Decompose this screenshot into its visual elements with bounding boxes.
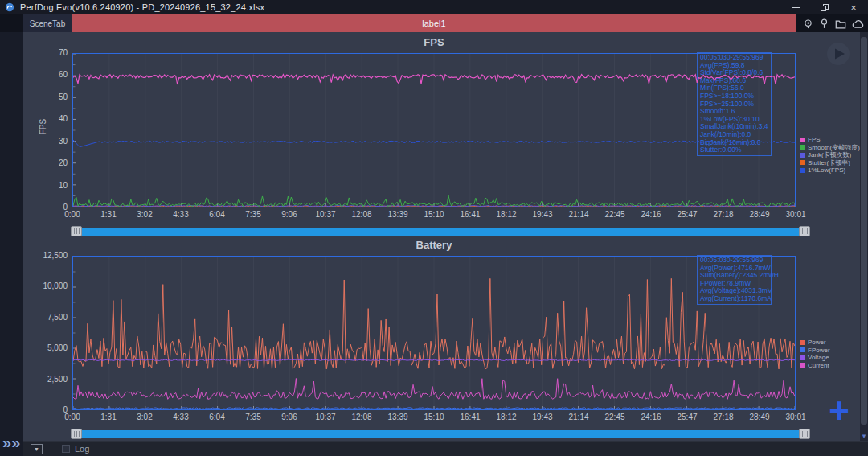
y-axis-label: 10 <box>23 181 68 190</box>
log-label: Log <box>75 444 89 454</box>
x-axis-label: 28:49 <box>742 210 777 219</box>
x-axis-label: 19:43 <box>525 413 560 421</box>
minimize-button[interactable] <box>781 0 810 14</box>
log-dropdown-button[interactable]: ▼ <box>31 444 43 454</box>
x-axis-label: 13:39 <box>380 210 416 219</box>
x-axis-label: 24:16 <box>633 413 669 421</box>
x-axis-label: 28:49 <box>742 413 777 421</box>
fps-scrollbar-track[interactable] <box>82 228 799 236</box>
y-axis-label: 2,500 <box>23 375 68 384</box>
toolbar-icons <box>796 14 868 32</box>
x-axis-label: 12:08 <box>344 413 379 421</box>
legend-swatch-icon <box>800 145 805 150</box>
legend-item[interactable]: FPS <box>800 136 860 144</box>
x-axis-label: 18:12 <box>489 413 524 421</box>
battery-plot-svg <box>73 257 795 409</box>
legend-label: FPS <box>808 136 821 144</box>
fps-chart-title: FPS <box>72 36 796 48</box>
legend-swatch-icon <box>800 153 805 158</box>
legend-item[interactable]: Smooth(变帧强度) <box>800 144 860 152</box>
tab-bar: SceneTab label1 <box>0 14 868 32</box>
battery-chart-title: Battery <box>72 239 796 251</box>
battery-horizontal-scrollbar[interactable] <box>71 429 810 439</box>
x-axis-label: 10:37 <box>308 210 343 219</box>
folder-icon[interactable] <box>834 18 847 30</box>
fps-legend: FPSSmooth(变帧强度)Jank(卡顿次数)Stutter(卡顿率)1%L… <box>800 136 860 175</box>
legend-swatch-icon <box>800 363 805 368</box>
battery-scrollbar-left-handle[interactable] <box>71 429 82 439</box>
pin-icon[interactable] <box>818 18 830 30</box>
expand-panel-button[interactable]: »» <box>2 435 20 450</box>
left-rail: »» <box>0 32 23 456</box>
x-axis-label: 7:35 <box>235 210 271 219</box>
dropdown-arrow-icon: ▼ <box>34 446 39 452</box>
x-axis-label: 21:14 <box>561 413 596 421</box>
vertical-scrollbar[interactable]: ▾ <box>860 32 868 441</box>
log-checkbox[interactable] <box>62 445 70 453</box>
x-axis-label: 0:00 <box>55 413 90 421</box>
rail-stub <box>0 14 23 32</box>
legend-item[interactable]: FPower <box>800 347 830 355</box>
add-chart-button[interactable]: + <box>823 392 855 429</box>
x-axis-label: 1:31 <box>91 210 126 219</box>
x-axis-label: 22:45 <box>597 413 633 421</box>
x-axis-label: 3:02 <box>127 210 162 219</box>
fps-plot-svg <box>73 54 795 207</box>
x-axis-label: 0:00 <box>55 210 90 219</box>
legend-item[interactable]: Voltage <box>800 354 830 362</box>
x-axis-label: 25:47 <box>669 413 705 421</box>
battery-scrollbar-track[interactable] <box>82 430 799 438</box>
x-axis-label: 18:12 <box>489 210 524 219</box>
fps-plot-area[interactable]: 00:05:030-29:55:969Avg(FPS):59.8Std/Var(… <box>72 53 796 207</box>
x-axis-label: 19:43 <box>525 210 560 219</box>
x-axis-label: 12:08 <box>344 210 379 219</box>
legend-label: Power <box>808 339 826 347</box>
x-axis-label: 24:16 <box>633 210 669 219</box>
y-axis-label: 12,500 <box>23 251 68 260</box>
window-controls: × <box>781 0 868 14</box>
close-button[interactable]: × <box>839 0 868 14</box>
x-axis-label: 9:06 <box>272 413 307 421</box>
legend-item[interactable]: 1%Low(FPS) <box>800 166 860 175</box>
fps-chart-section: FPS FPS 00:05:030-29:55:969Avg(FPS):59.8… <box>23 32 860 237</box>
x-axis-label: 21:14 <box>561 210 596 219</box>
bottom-bar: ▼ Log <box>23 441 868 456</box>
x-axis-label: 27:18 <box>706 210 741 219</box>
scroll-down-icon[interactable]: ▾ <box>860 431 868 441</box>
restore-button[interactable] <box>810 0 839 14</box>
chart-area: FPS FPS 00:05:030-29:55:969Avg(FPS):59.8… <box>23 32 860 441</box>
battery-scrollbar-right-handle[interactable] <box>799 429 810 439</box>
legend-item[interactable]: Jank(卡顿次数) <box>800 151 860 159</box>
legend-label: FPower <box>808 347 830 355</box>
x-axis-label: 25:47 <box>669 210 705 219</box>
x-axis-label: 4:33 <box>163 210 199 219</box>
location-icon[interactable] <box>802 18 814 30</box>
battery-chart-section: Battery 00:05:030-29:55:969Avg(Power):47… <box>23 235 860 440</box>
x-axis-label: 4:33 <box>163 413 199 421</box>
y-axis-label: 10,000 <box>23 281 68 290</box>
x-axis-label: 15:10 <box>416 413 452 421</box>
y-axis-label: 70 <box>23 48 68 57</box>
y-axis-label: 50 <box>23 92 68 101</box>
x-axis-label: 27:18 <box>706 413 741 421</box>
legend-label: Current <box>808 362 829 370</box>
legend-item[interactable]: Power <box>800 339 830 347</box>
play-button[interactable] <box>826 42 850 66</box>
legend-swatch-icon <box>800 160 805 165</box>
cloud-icon[interactable] <box>851 18 865 30</box>
close-icon: × <box>850 2 857 13</box>
legend-item[interactable]: Current <box>800 362 830 370</box>
legend-swatch-icon <box>800 355 805 360</box>
y-axis-label: 40 <box>23 114 68 123</box>
legend-item[interactable]: Stutter(卡顿率) <box>800 159 860 167</box>
scene-tab[interactable]: SceneTab <box>23 14 72 32</box>
x-axis-label: 7:35 <box>235 413 271 421</box>
battery-plot-area[interactable]: 00:05:030-29:55:969Avg(Power):4716.7mWSu… <box>72 256 796 410</box>
vertical-scrollbar-thumb[interactable] <box>861 37 867 425</box>
x-axis-label: 1:31 <box>91 413 126 421</box>
x-axis-label: 30:01 <box>778 413 813 421</box>
y-axis-label: 30 <box>23 137 68 146</box>
legend-label: Stutter(卡顿率) <box>808 159 850 167</box>
y-axis-label: 7,500 <box>23 313 68 322</box>
label-bar[interactable]: label1 <box>72 14 796 32</box>
